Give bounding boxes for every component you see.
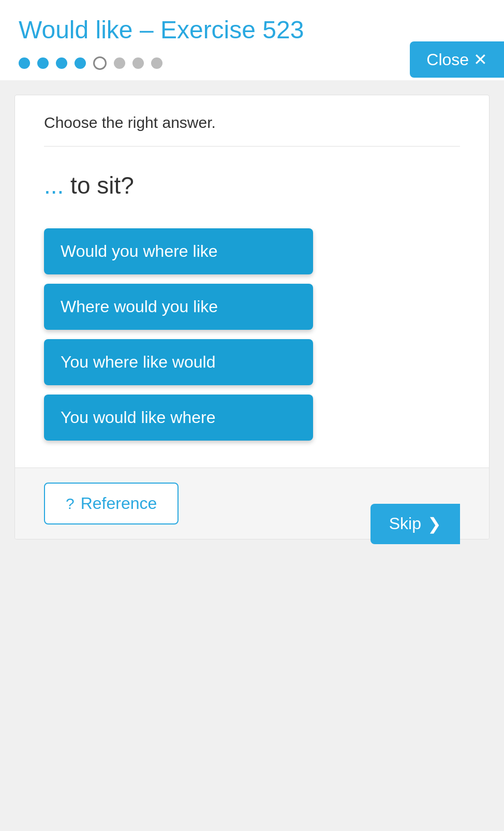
instruction-text: Choose the right answer. [15, 95, 489, 146]
dot-4 [75, 57, 86, 69]
dot-3 [56, 57, 67, 69]
answer-button-2[interactable]: Where would you like [44, 284, 313, 330]
answers-area: Would you where like Where would you lik… [15, 218, 489, 468]
question-text: ... to sit? [44, 171, 460, 199]
close-button[interactable]: Close ✕ [410, 41, 504, 78]
progress-dots [19, 56, 162, 70]
skip-button[interactable]: Skip ❯ [370, 504, 460, 544]
dot-6 [114, 57, 125, 69]
answer-button-4[interactable]: You would like where [44, 395, 313, 441]
dot-2 [37, 57, 49, 69]
answer-button-1[interactable]: Would you where like [44, 228, 313, 274]
dot-7 [132, 57, 144, 69]
answer-button-3[interactable]: You where like would [44, 339, 313, 385]
question-blank: ... [44, 172, 64, 199]
reference-icon: ? [66, 495, 75, 513]
reference-label: Reference [81, 494, 157, 513]
card-footer: ? Reference Skip ❯ [15, 468, 489, 539]
dot-8 [151, 57, 162, 69]
dot-1 [19, 57, 30, 69]
question-rest: to sit? [64, 172, 134, 199]
question-area: ... to sit? [15, 147, 489, 218]
skip-label: Skip [389, 514, 421, 533]
skip-icon: ❯ [427, 514, 441, 534]
page-title: Would like – Exercise 523 [19, 16, 485, 44]
dot-5-active [93, 56, 107, 70]
reference-button[interactable]: ? Reference [44, 483, 179, 524]
exercise-card: Choose the right answer. ... to sit? Wou… [14, 95, 490, 540]
